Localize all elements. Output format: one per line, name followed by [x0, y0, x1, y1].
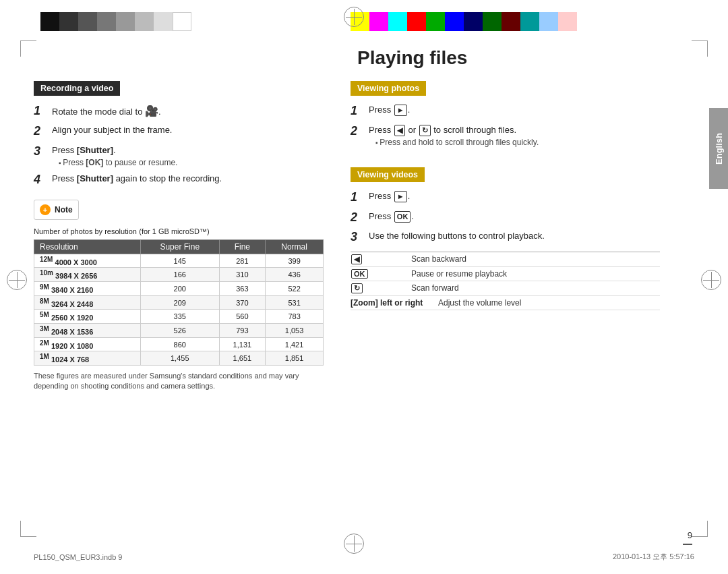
vv-step-3-num: 3 — [351, 230, 365, 245]
reg-mark-top — [344, 7, 364, 27]
color-bar-top — [0, 12, 728, 31]
two-column-layout: Recording a video 1 Rotate the mode dial… — [34, 81, 694, 534]
vp-step-1-num: 1 — [351, 104, 365, 119]
step-1: 1 Rotate the mode dial to 🎥. — [34, 104, 324, 119]
step-1-text: Rotate the mode dial to 🎥. — [52, 107, 161, 117]
step-4-text: Press [Shutter] again to stop the record… — [52, 173, 222, 185]
main-content: Playing files Recording a video 1 Rotate… — [34, 47, 694, 534]
step-1-num: 1 — [34, 104, 49, 119]
viewing-photos-section: Viewing photos 1 Press ►. 2 Press ◀ or ↻… — [351, 81, 694, 147]
resolution-table: Resolution Super Fine Fine Normal 12M 40… — [34, 239, 324, 366]
table-title: Number of photos by resolution (for 1 GB… — [34, 227, 324, 236]
vv-step-1-text: Press ►. — [369, 190, 410, 202]
ctrl-row-backward: ◀ Scan backward — [351, 252, 660, 267]
step-3-text: Press [Shutter]. — [52, 145, 116, 155]
vp-step-1-text: Press ►. — [369, 104, 410, 116]
th-resolution: Resolution — [34, 239, 141, 254]
table-row: 3M 2048 X 1536 526 793 1,053 — [34, 324, 324, 338]
step-4-num: 4 — [34, 173, 49, 188]
page-title: Playing files — [357, 47, 694, 69]
step-2: 2 Align your subject in the frame. — [34, 124, 324, 139]
ctrl-desc-ok: Pause or resume playback — [411, 269, 507, 279]
table-row: 8M 3264 X 2448 209 370 531 — [34, 295, 324, 310]
page-line — [683, 544, 692, 545]
reg-mark-right — [701, 270, 721, 290]
table-row: 5M 2560 X 1920 335 560 783 — [34, 310, 324, 324]
bottom-bar: PL150_QSM_EUR3.indb 9 2010-01-13 오후 5:57… — [34, 552, 694, 562]
table-footnote: These figures are measured under Samsung… — [34, 371, 324, 392]
english-label: English — [714, 133, 724, 165]
th-normal: Normal — [266, 239, 324, 254]
table-row: 1M 1024 X 768 1,455 1,651 1,851 — [34, 351, 324, 366]
vv-step-3-text: Use the following buttons to control pla… — [369, 230, 545, 242]
right-column: Viewing photos 1 Press ►. 2 Press ◀ or ↻… — [351, 81, 694, 534]
ctrl-row-ok: OK Pause or resume playback — [351, 267, 660, 281]
note-box: + Note — [34, 200, 79, 220]
reg-mark-left — [7, 270, 27, 290]
ctrl-key-ok: OK — [351, 269, 411, 279]
step-2-num: 2 — [34, 124, 49, 139]
th-superfine: Super Fine — [140, 239, 219, 254]
ctrl-key-zoom: [Zoom] left or right — [351, 298, 438, 308]
viewing-photos-header: Viewing photos — [351, 81, 426, 96]
step-3-sub: Press [OK] to pause or resume. — [52, 158, 177, 167]
reg-mark-bottom — [344, 534, 364, 554]
left-color-swatches — [40, 12, 216, 31]
vv-step-1: 1 Press ►. — [351, 190, 694, 205]
th-fine: Fine — [219, 239, 266, 254]
page-number: 9 — [688, 530, 692, 540]
bottom-left-text: PL150_QSM_EUR3.indb 9 — [34, 553, 122, 561]
ctrl-row-forward: ↻ Scan forward — [351, 281, 660, 296]
vv-step-2-num: 2 — [351, 210, 365, 225]
vv-step-3: 3 Use the following buttons to control p… — [351, 230, 694, 245]
bottom-right-text: 2010-01-13 오후 5:57:16 — [613, 552, 694, 562]
ctrl-key-forward: ↻ — [351, 283, 411, 293]
step-2-text: Align your subject in the frame. — [52, 124, 172, 136]
step-3: 3 Press [Shutter]. Press [OK] to pause o… — [34, 144, 324, 167]
ctrl-key-backward: ◀ — [351, 254, 411, 264]
ctrl-desc-backward: Scan backward — [411, 254, 466, 264]
right-color-swatches — [351, 12, 577, 31]
ctrl-row-zoom: [Zoom] left or right Adjust the volume l… — [351, 296, 660, 310]
left-column: Recording a video 1 Rotate the mode dial… — [34, 81, 324, 534]
vp-step-2-sub: Press and hold to scroll through files q… — [369, 138, 539, 147]
english-tab: English — [709, 108, 728, 189]
table-row: 2M 1920 X 1080 860 1,131 1,421 — [34, 337, 324, 351]
table-row: 10m 3984 X 2656 166 310 436 — [34, 268, 324, 282]
vv-step-2-text: Press OK. — [369, 210, 414, 223]
step-4: 4 Press [Shutter] again to stop the reco… — [34, 173, 324, 188]
note-icon: + — [40, 204, 51, 215]
step-3-num: 3 — [34, 144, 49, 159]
viewing-videos-header: Viewing videos — [351, 167, 425, 182]
vv-step-1-num: 1 — [351, 190, 365, 205]
vp-step-1: 1 Press ►. — [351, 104, 694, 119]
note-label: Note — [55, 205, 73, 214]
table-row: 9M 3840 X 2160 200 363 522 — [34, 282, 324, 296]
control-table: ◀ Scan backward OK Pause or resume playb… — [351, 252, 660, 310]
vp-step-2-text: Press ◀ or ↻ to scroll through files. — [369, 125, 516, 135]
vp-step-2: 2 Press ◀ or ↻ to scroll through files. … — [351, 124, 694, 147]
ctrl-desc-zoom: Adjust the volume level — [438, 298, 521, 308]
recording-video-header: Recording a video — [34, 81, 120, 96]
vp-step-2-num: 2 — [351, 124, 365, 139]
table-row: 12M 4000 X 3000 145 281 399 — [34, 254, 324, 268]
viewing-videos-section: Viewing videos 1 Press ►. 2 Press OK. 3 … — [351, 167, 694, 310]
vv-step-2: 2 Press OK. — [351, 210, 694, 225]
ctrl-desc-forward: Scan forward — [411, 283, 459, 293]
